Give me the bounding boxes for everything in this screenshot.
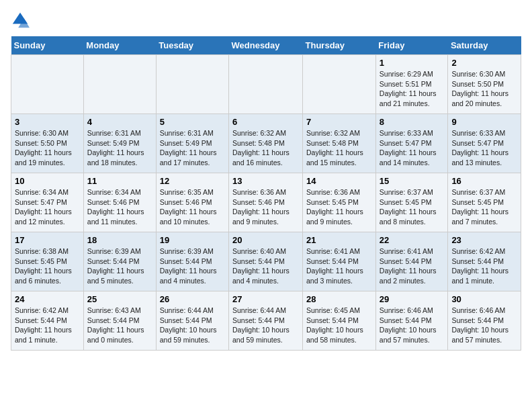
calendar-cell: 27Sunrise: 6:44 AMSunset: 5:44 PMDayligh… [229, 291, 303, 351]
calendar-cell: 30Sunrise: 6:46 AMSunset: 5:44 PMDayligh… [448, 291, 521, 351]
calendar-cell: 12Sunrise: 6:35 AMSunset: 5:46 PMDayligh… [156, 173, 228, 232]
day-info: Sunrise: 6:33 AMSunset: 5:47 PMDaylight:… [451, 128, 517, 168]
calendar-cell: 3Sunrise: 6:30 AMSunset: 5:50 PMDaylight… [11, 114, 84, 173]
weekday-header: Saturday [448, 36, 521, 55]
calendar-week-row: 24Sunrise: 6:42 AMSunset: 5:44 PMDayligh… [11, 291, 521, 351]
day-number: 9 [451, 117, 517, 127]
logo-icon [11, 11, 30, 30]
day-info: Sunrise: 6:41 AMSunset: 5:44 PMDaylight:… [380, 246, 445, 286]
day-info: Sunrise: 6:34 AMSunset: 5:46 PMDaylight:… [87, 187, 152, 227]
day-number: 1 [380, 58, 445, 68]
day-info: Sunrise: 6:41 AMSunset: 5:44 PMDaylight:… [306, 246, 372, 286]
calendar-cell: 1Sunrise: 6:29 AMSunset: 5:51 PMDaylight… [375, 55, 448, 114]
calendar-week-row: 17Sunrise: 6:38 AMSunset: 5:45 PMDayligh… [11, 232, 521, 291]
day-number: 14 [306, 176, 372, 186]
day-info: Sunrise: 6:43 AMSunset: 5:44 PMDaylight:… [87, 306, 152, 345]
day-info: Sunrise: 6:35 AMSunset: 5:46 PMDaylight:… [160, 187, 225, 227]
day-number: 13 [232, 176, 299, 186]
day-info: Sunrise: 6:44 AMSunset: 5:44 PMDaylight:… [232, 306, 299, 345]
day-number: 26 [160, 294, 225, 304]
page-header [11, 11, 521, 30]
day-number: 3 [15, 117, 80, 127]
day-number: 18 [87, 235, 152, 245]
day-number: 15 [380, 176, 445, 186]
day-number: 5 [160, 117, 225, 127]
calendar-cell [83, 55, 156, 114]
calendar-cell: 2Sunrise: 6:30 AMSunset: 5:50 PMDaylight… [448, 55, 521, 114]
day-info: Sunrise: 6:39 AMSunset: 5:44 PMDaylight:… [160, 246, 225, 286]
calendar-cell: 7Sunrise: 6:32 AMSunset: 5:48 PMDaylight… [303, 114, 376, 173]
weekday-header: Tuesday [156, 36, 228, 55]
calendar-cell: 14Sunrise: 6:36 AMSunset: 5:45 PMDayligh… [303, 173, 376, 232]
day-info: Sunrise: 6:38 AMSunset: 5:45 PMDaylight:… [15, 246, 80, 286]
weekday-header-row: SundayMondayTuesdayWednesdayThursdayFrid… [11, 36, 521, 55]
day-info: Sunrise: 6:46 AMSunset: 5:44 PMDaylight:… [380, 306, 445, 345]
day-info: Sunrise: 6:37 AMSunset: 5:45 PMDaylight:… [451, 187, 517, 227]
calendar-cell: 16Sunrise: 6:37 AMSunset: 5:45 PMDayligh… [448, 173, 521, 232]
day-info: Sunrise: 6:42 AMSunset: 5:44 PMDaylight:… [451, 246, 517, 286]
calendar-week-row: 10Sunrise: 6:34 AMSunset: 5:47 PMDayligh… [11, 173, 521, 232]
day-info: Sunrise: 6:32 AMSunset: 5:48 PMDaylight:… [306, 128, 372, 168]
day-info: Sunrise: 6:30 AMSunset: 5:50 PMDaylight:… [15, 128, 80, 168]
day-number: 4 [87, 117, 152, 127]
calendar-cell: 21Sunrise: 6:41 AMSunset: 5:44 PMDayligh… [303, 232, 376, 291]
calendar-cell: 26Sunrise: 6:44 AMSunset: 5:44 PMDayligh… [156, 291, 228, 351]
day-info: Sunrise: 6:32 AMSunset: 5:48 PMDaylight:… [232, 128, 299, 168]
calendar-cell: 24Sunrise: 6:42 AMSunset: 5:44 PMDayligh… [11, 291, 84, 351]
day-info: Sunrise: 6:34 AMSunset: 5:47 PMDaylight:… [15, 187, 80, 227]
calendar-cell: 6Sunrise: 6:32 AMSunset: 5:48 PMDaylight… [229, 114, 303, 173]
day-number: 25 [87, 294, 152, 304]
day-number: 23 [451, 235, 517, 245]
calendar-table: SundayMondayTuesdayWednesdayThursdayFrid… [11, 36, 521, 351]
calendar-cell: 4Sunrise: 6:31 AMSunset: 5:49 PMDaylight… [83, 114, 156, 173]
calendar-cell [11, 55, 84, 114]
day-number: 28 [306, 294, 372, 304]
day-number: 7 [306, 117, 372, 127]
day-number: 19 [160, 235, 225, 245]
day-number: 21 [306, 235, 372, 245]
day-info: Sunrise: 6:45 AMSunset: 5:44 PMDaylight:… [306, 306, 372, 345]
calendar-cell: 11Sunrise: 6:34 AMSunset: 5:46 PMDayligh… [83, 173, 156, 232]
day-info: Sunrise: 6:29 AMSunset: 5:51 PMDaylight:… [380, 69, 445, 109]
calendar-cell: 13Sunrise: 6:36 AMSunset: 5:46 PMDayligh… [229, 173, 303, 232]
calendar-cell: 10Sunrise: 6:34 AMSunset: 5:47 PMDayligh… [11, 173, 84, 232]
day-number: 2 [451, 58, 517, 68]
day-number: 10 [15, 176, 80, 186]
calendar-cell: 9Sunrise: 6:33 AMSunset: 5:47 PMDaylight… [448, 114, 521, 173]
calendar-cell: 28Sunrise: 6:45 AMSunset: 5:44 PMDayligh… [303, 291, 376, 351]
calendar-cell: 20Sunrise: 6:40 AMSunset: 5:44 PMDayligh… [229, 232, 303, 291]
day-number: 27 [232, 294, 299, 304]
day-number: 30 [451, 294, 517, 304]
day-info: Sunrise: 6:40 AMSunset: 5:44 PMDaylight:… [232, 246, 299, 286]
calendar-cell: 18Sunrise: 6:39 AMSunset: 5:44 PMDayligh… [83, 232, 156, 291]
day-number: 6 [232, 117, 299, 127]
day-info: Sunrise: 6:39 AMSunset: 5:44 PMDaylight:… [87, 246, 152, 286]
weekday-header: Sunday [11, 36, 84, 55]
calendar-cell [229, 55, 303, 114]
day-info: Sunrise: 6:42 AMSunset: 5:44 PMDaylight:… [15, 306, 80, 345]
logo [11, 11, 32, 30]
day-number: 16 [451, 176, 517, 186]
weekday-header: Friday [375, 36, 448, 55]
day-number: 29 [380, 294, 445, 304]
day-number: 11 [87, 176, 152, 186]
day-number: 8 [380, 117, 445, 127]
calendar-week-row: 1Sunrise: 6:29 AMSunset: 5:51 PMDaylight… [11, 55, 521, 114]
day-info: Sunrise: 6:33 AMSunset: 5:47 PMDaylight:… [380, 128, 445, 168]
calendar-cell [303, 55, 376, 114]
calendar-cell: 22Sunrise: 6:41 AMSunset: 5:44 PMDayligh… [375, 232, 448, 291]
calendar-cell: 5Sunrise: 6:31 AMSunset: 5:49 PMDaylight… [156, 114, 228, 173]
day-info: Sunrise: 6:36 AMSunset: 5:46 PMDaylight:… [232, 187, 299, 227]
weekday-header: Thursday [303, 36, 376, 55]
day-info: Sunrise: 6:36 AMSunset: 5:45 PMDaylight:… [306, 187, 372, 227]
day-number: 20 [232, 235, 299, 245]
day-info: Sunrise: 6:31 AMSunset: 5:49 PMDaylight:… [160, 128, 225, 168]
calendar-cell: 29Sunrise: 6:46 AMSunset: 5:44 PMDayligh… [375, 291, 448, 351]
calendar-cell: 23Sunrise: 6:42 AMSunset: 5:44 PMDayligh… [448, 232, 521, 291]
weekday-header: Wednesday [229, 36, 303, 55]
calendar-cell [156, 55, 228, 114]
day-info: Sunrise: 6:46 AMSunset: 5:44 PMDaylight:… [451, 306, 517, 345]
day-info: Sunrise: 6:44 AMSunset: 5:44 PMDaylight:… [160, 306, 225, 345]
day-info: Sunrise: 6:30 AMSunset: 5:50 PMDaylight:… [451, 69, 517, 109]
calendar-cell: 19Sunrise: 6:39 AMSunset: 5:44 PMDayligh… [156, 232, 228, 291]
